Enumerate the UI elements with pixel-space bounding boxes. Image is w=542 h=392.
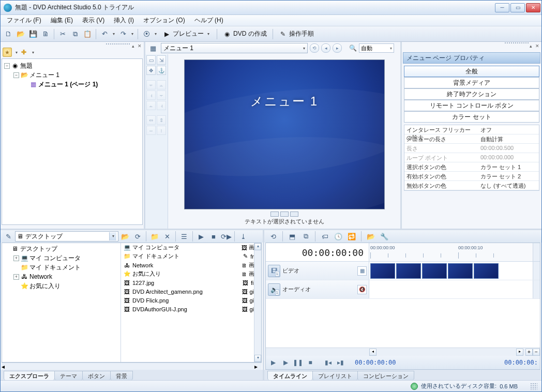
prop-tab-remote[interactable]: リモート コントロール ボタン: [404, 100, 539, 111]
audio-track[interactable]: 🔈1 オーディオ 🔇: [266, 280, 540, 299]
scroll-right-icon[interactable]: ▸: [254, 363, 262, 370]
stop-icon[interactable]: ■: [305, 358, 315, 367]
undo-icon[interactable]: ↶: [99, 28, 110, 40]
slide-handle[interactable]: [270, 212, 279, 217]
view-icon[interactable]: ☰: [178, 231, 190, 242]
prop-tab-endaction[interactable]: 終了時アクション: [404, 88, 539, 100]
prop-val[interactable]: カラー セット 2: [478, 172, 539, 180]
scroll-right-icon[interactable]: ▸: [516, 349, 523, 356]
menu-slide[interactable]: メニュー 1: [184, 59, 385, 209]
timeline-ruler[interactable]: 00:00:00:00 00:00:00:10: [369, 243, 533, 261]
list-item[interactable]: 📁マイ ドキュメント: [121, 252, 239, 261]
explorer-hscroll[interactable]: ◂ ▸: [2, 363, 262, 370]
explorer-tree-item[interactable]: 📁マイ ドキュメント: [2, 263, 121, 272]
prop-tab-colorset[interactable]: カラー セット: [404, 111, 539, 123]
tl-loop-icon[interactable]: 🔁: [346, 231, 357, 242]
tree-menu1[interactable]: メニュー 1: [29, 71, 59, 80]
tl-region-icon[interactable]: ⧉: [300, 231, 311, 242]
list-item[interactable]: 🖼gi: [239, 287, 254, 296]
tl-snap-icon[interactable]: ⟲: [267, 231, 279, 242]
explorer-edit-icon[interactable]: ✎: [3, 231, 14, 242]
project-tree[interactable]: − ◉ 無題 − 📂 メニュー 1 ▦ メニュー 1 (ページ 1): [2, 58, 143, 225]
pause-icon[interactable]: ❚❚: [293, 358, 303, 367]
tree-twapse-icon[interactable]: −: [4, 63, 10, 69]
tab-timeline[interactable]: タイムライン: [267, 371, 313, 380]
align-center-icon[interactable]: ⫠: [157, 80, 166, 89]
select-tool-icon[interactable]: ▭: [146, 55, 156, 65]
prev-icon[interactable]: ▮◂: [323, 358, 333, 367]
copy-icon[interactable]: ⧉: [69, 28, 81, 40]
timeline-vscroll[interactable]: [533, 243, 540, 261]
play-icon[interactable]: ▶: [268, 358, 278, 367]
menu-options[interactable]: オプション (O): [139, 15, 189, 26]
menu-view[interactable]: 表示 (V): [78, 15, 109, 26]
tl-tool-icon[interactable]: 🔧: [379, 231, 390, 242]
prop-val[interactable]: 自動計算: [478, 134, 539, 143]
next-icon[interactable]: ▸▮: [335, 358, 345, 367]
tree-page1[interactable]: メニュー 1 (ページ 1): [38, 80, 98, 89]
nav-tool-icon[interactable]: ✥: [146, 66, 156, 75]
explorer-path[interactable]: 🖥 デスクトップ ▾: [15, 231, 118, 242]
play-from-start-icon[interactable]: ▶: [280, 358, 291, 367]
open-icon[interactable]: 📂: [15, 28, 26, 40]
tl-open-icon[interactable]: 📂: [365, 231, 377, 242]
list-item[interactable]: 🗎画: [239, 261, 254, 269]
list-item[interactable]: 💻マイ コンピュータ: [121, 243, 239, 252]
add-icon[interactable]: ✚: [21, 49, 28, 56]
tree-expand-icon[interactable]: −: [13, 72, 19, 78]
make-dvd-button[interactable]: ◉ DVD の作成: [220, 28, 270, 40]
tree-root[interactable]: 無題: [20, 62, 33, 70]
resize-grip[interactable]: [530, 383, 537, 390]
explorer-vscroll[interactable]: ▴ ▾: [254, 243, 261, 362]
prop-tab-bg[interactable]: 背景メディア: [404, 77, 539, 88]
scroll-left-icon[interactable]: ◂: [369, 349, 377, 356]
tab-playlist[interactable]: プレイリスト: [312, 371, 358, 380]
save-icon[interactable]: 💾: [27, 28, 39, 40]
track-toggle-icon[interactable]: ▦: [357, 266, 367, 276]
minimize-button[interactable]: ─: [495, 3, 509, 12]
dist-v-icon[interactable]: ⇕: [157, 115, 166, 125]
new-icon[interactable]: 🗋: [3, 28, 14, 40]
list-item[interactable]: 🖧Network: [121, 261, 239, 269]
nav-up-icon[interactable]: ⟲: [310, 43, 319, 53]
same-h-icon[interactable]: ↕: [157, 126, 166, 135]
pane-close-icon[interactable]: ✕: [534, 43, 540, 49]
ex-autoplay-icon[interactable]: ⟳▶: [220, 231, 232, 242]
pane-maximize-icon[interactable]: ▴: [528, 43, 534, 49]
list-item[interactable]: 🖼DVDAuthorGUI-J.png: [121, 305, 239, 313]
chevron-down-icon[interactable]: ▾: [109, 232, 116, 240]
tree-expand-icon[interactable]: +: [13, 255, 19, 261]
external-preview-icon[interactable]: ⦿: [141, 28, 152, 40]
tab-theme[interactable]: テーマ: [54, 371, 83, 380]
explorer-tree-item[interactable]: ⭐お気に入り: [2, 281, 121, 291]
delete-icon[interactable]: ✕: [161, 231, 173, 242]
redo-dropdown[interactable]: ▾: [130, 32, 135, 36]
video-clip[interactable]: [369, 263, 500, 279]
align-mid-icon[interactable]: ⫠: [146, 101, 156, 110]
list-item[interactable]: 🖼1227.jpg: [121, 278, 239, 287]
list-item[interactable]: 🖼gi: [239, 305, 254, 313]
anchor-tool-icon[interactable]: ⚓: [157, 66, 166, 75]
list-item[interactable]: 🖼fi: [239, 278, 254, 287]
zoom-in-icon[interactable]: +: [525, 349, 533, 356]
preview-tool-icon[interactable]: ▦: [147, 42, 159, 54]
prop-val[interactable]: オフ: [478, 125, 539, 134]
mute-icon[interactable]: 🔇: [357, 285, 367, 294]
list-item[interactable]: ⭐お気に入り: [121, 269, 239, 278]
explorer-tree[interactable]: 🖥デスクトップ+💻マイ コンピュータ📁マイ ドキュメント+🖧Network⭐お気…: [2, 243, 121, 362]
menu-help[interactable]: ヘルプ (H): [190, 15, 228, 26]
menu-edit[interactable]: 編集 (E): [47, 15, 77, 26]
list-item[interactable]: 🖼gi: [239, 296, 254, 305]
preview-button[interactable]: ▶ プレビュー ▾: [159, 28, 214, 40]
align-left-icon[interactable]: ⫟: [146, 80, 156, 89]
menu-insert[interactable]: 挿入 (I): [110, 15, 138, 26]
refresh-icon[interactable]: ⟳: [132, 231, 143, 242]
breadcrumb[interactable]: メニュー 1 ▾: [161, 43, 308, 53]
tab-background[interactable]: 背景: [110, 371, 133, 380]
external-preview-dropdown[interactable]: ▾: [153, 32, 158, 36]
cut-icon[interactable]: ✂: [57, 28, 68, 40]
favorite-icon[interactable]: ★: [3, 48, 12, 57]
zoom-out-icon[interactable]: −: [533, 349, 540, 356]
tab-compilation[interactable]: コンピレーション: [357, 371, 414, 380]
scroll-down-icon[interactable]: ▾: [254, 355, 261, 362]
